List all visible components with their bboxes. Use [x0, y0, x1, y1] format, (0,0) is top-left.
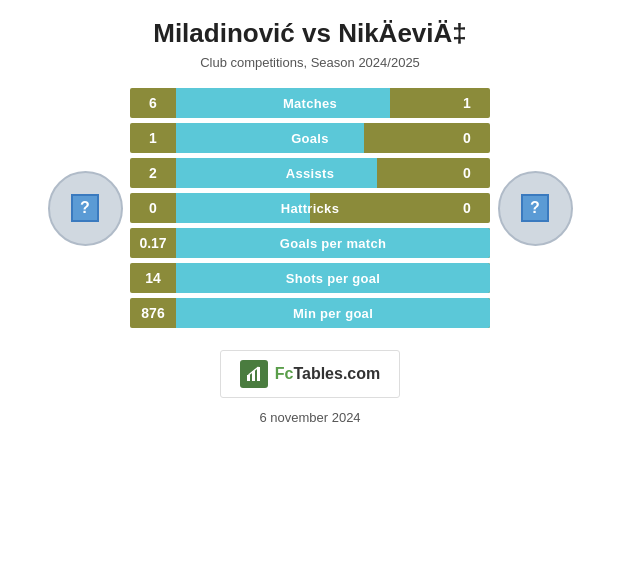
avatar-left: ? [40, 171, 130, 246]
stat-right-goals: 0 [444, 130, 490, 146]
avatar-circle-right: ? [498, 171, 573, 246]
stat-left-min_per_goal: 876 [130, 305, 176, 321]
stat-bar-matches: Matches [176, 88, 444, 118]
avatar-question-right: ? [521, 194, 549, 222]
stat-right-matches: 1 [444, 95, 490, 111]
stat-label-min_per_goal: Min per goal [293, 306, 373, 321]
stat-left-goals: 1 [130, 130, 176, 146]
main-row: ? 6Matches11Goals02Assists00Hattricks00.… [0, 88, 620, 328]
stat-left-assists: 2 [130, 165, 176, 181]
page-subtitle: Club competitions, Season 2024/2025 [200, 55, 420, 70]
svg-rect-0 [247, 375, 250, 381]
stat-fill-goals [176, 123, 364, 153]
stat-bar-shots_per_goal: Shots per goal [176, 263, 490, 293]
stat-bar-goals_per_match: Goals per match [176, 228, 490, 258]
fctables-logo: FcTables.com [220, 350, 400, 398]
stat-row-shots_per_goal: 14Shots per goal [130, 263, 490, 293]
date-footer: 6 november 2024 [259, 410, 360, 425]
stat-right-hattricks: 0 [444, 200, 490, 216]
avatar-circle-left: ? [48, 171, 123, 246]
stat-row-min_per_goal: 876Min per goal [130, 298, 490, 328]
stat-fill-assists [176, 158, 377, 188]
avatar-right: ? [490, 171, 580, 246]
stat-row-assists: 2Assists0 [130, 158, 490, 188]
svg-rect-2 [257, 367, 260, 381]
stat-row-goals: 1Goals0 [130, 123, 490, 153]
stat-bar-goals: Goals [176, 123, 444, 153]
stat-label-assists: Assists [286, 166, 334, 181]
stat-label-goals_per_match: Goals per match [280, 236, 386, 251]
fctables-text: FcTables.com [275, 365, 381, 383]
stats-block: 6Matches11Goals02Assists00Hattricks00.17… [130, 88, 490, 328]
page-container: Miladinović vs NikÄeviÄ‡ Club competitio… [0, 0, 620, 580]
stat-right-assists: 0 [444, 165, 490, 181]
stat-bar-hattricks: Hattricks [176, 193, 444, 223]
stat-row-goals_per_match: 0.17Goals per match [130, 228, 490, 258]
avatar-question-left: ? [71, 194, 99, 222]
stat-left-goals_per_match: 0.17 [130, 235, 176, 251]
stat-bar-assists: Assists [176, 158, 444, 188]
stat-left-hattricks: 0 [130, 200, 176, 216]
stat-row-matches: 6Matches1 [130, 88, 490, 118]
page-title: Miladinović vs NikÄeviÄ‡ [153, 18, 467, 49]
stat-left-shots_per_goal: 14 [130, 270, 176, 286]
stat-row-hattricks: 0Hattricks0 [130, 193, 490, 223]
fctables-icon [240, 360, 268, 388]
stat-label-goals: Goals [291, 131, 329, 146]
stat-label-hattricks: Hattricks [281, 201, 339, 216]
stat-label-matches: Matches [283, 96, 337, 111]
stat-label-shots_per_goal: Shots per goal [286, 271, 381, 286]
stat-left-matches: 6 [130, 95, 176, 111]
stat-bar-min_per_goal: Min per goal [176, 298, 490, 328]
